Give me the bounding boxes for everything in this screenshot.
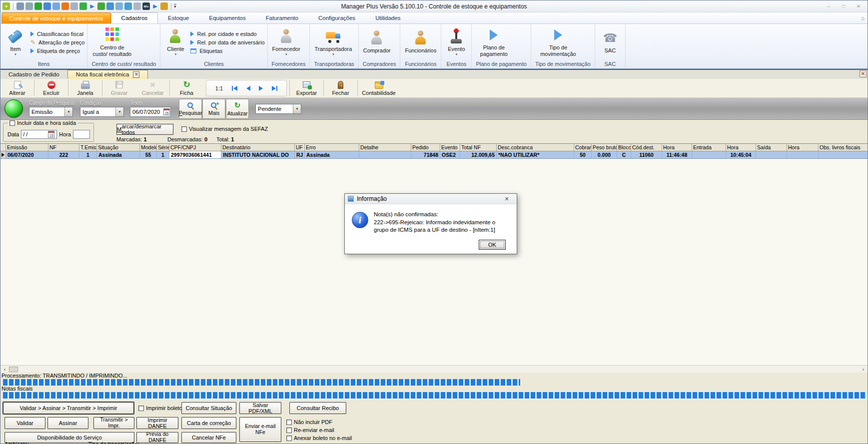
grid-header-cell[interactable]: Situação bbox=[97, 144, 140, 151]
close-tab-icon[interactable]: ✕ bbox=[133, 71, 139, 78]
ribbon-button-item[interactable]: Item▼ bbox=[3, 27, 28, 57]
assinar-button[interactable]: Assinar bbox=[47, 417, 88, 429]
validar-assinar-transmitir-imprimir-button[interactable]: Validar > Assinar > Transmitir > Imprimi… bbox=[3, 402, 134, 414]
window-arrow-right-icon[interactable] bbox=[124, 2, 132, 10]
grid-header-cell[interactable]: Bloco NF bbox=[617, 144, 631, 151]
play-icon[interactable]: ▶ bbox=[88, 2, 96, 10]
menu-tab-configurac-o-es[interactable]: Configurações bbox=[308, 12, 365, 23]
asterisk-icon[interactable]: ✳ bbox=[2, 2, 10, 10]
excluir-button[interactable]: Excluir bbox=[34, 79, 68, 97]
carta-de-correcao-button[interactable]: Carta de correção bbox=[181, 417, 236, 429]
imprimir-boleto-checkbox[interactable]: Imprimir boleto bbox=[138, 405, 182, 411]
ribbon-link-alterac-a-o-de-prec-o[interactable]: ✎Alteração de preço bbox=[30, 39, 84, 45]
enviar-email-nfe-button[interactable]: Enviar e-mail NFe bbox=[239, 417, 281, 442]
grid-header-cell[interactable]: Emissão bbox=[6, 144, 48, 151]
quill-icon[interactable] bbox=[133, 2, 141, 10]
ribbon-link-etiquetas[interactable]: Etiquetas bbox=[190, 48, 264, 54]
reenviar-email-checkbox[interactable]: Re-enviar e-mail bbox=[286, 427, 334, 433]
previous-record-button[interactable] bbox=[246, 86, 250, 91]
ribbon-button-tipo-de-movimentac-a-o[interactable]: Tipo de movimentação bbox=[534, 26, 583, 58]
nao-incluir-pdf-checkbox[interactable]: Não incluir PDF bbox=[286, 419, 332, 425]
calculator-icon[interactable] bbox=[25, 2, 33, 10]
fechar-button[interactable]: Fechar bbox=[324, 79, 357, 97]
scroll-left-icon[interactable]: ‹ bbox=[1, 366, 8, 373]
calendar-icon[interactable]: 15 bbox=[48, 131, 54, 138]
app-menu-button[interactable]: Controle de estoque e equipamentos bbox=[1, 12, 111, 23]
transmitir-impr-button[interactable]: Transmitir > Impr. bbox=[93, 417, 134, 429]
grid-header-cell[interactable]: UF bbox=[295, 144, 305, 151]
ok-button[interactable]: OK bbox=[479, 240, 506, 250]
anexar-boleto-checkbox[interactable]: Anexar boleto no e-mail bbox=[286, 435, 352, 441]
scroll-icon[interactable] bbox=[52, 2, 60, 10]
hora-saida-input[interactable] bbox=[73, 130, 90, 139]
package-icon[interactable] bbox=[97, 2, 105, 10]
consultar-situacao-button[interactable]: Consultar Situação bbox=[181, 402, 236, 414]
eraser-icon[interactable] bbox=[70, 2, 78, 10]
toolbar-options-icon[interactable]: ▾ bbox=[174, 4, 176, 9]
grid-selected-row[interactable]: 06/07/20202221Assinada55129979036061441I… bbox=[0, 151, 868, 159]
grid-header-cell[interactable]: Destinatário bbox=[221, 144, 295, 151]
alterar-button[interactable]: Alterar bbox=[0, 79, 34, 97]
maximize-button[interactable]: □ bbox=[837, 2, 851, 10]
minimize-button[interactable]: – bbox=[822, 2, 836, 10]
validar-button[interactable]: Validar bbox=[4, 417, 45, 429]
orange-window-icon[interactable] bbox=[61, 2, 69, 10]
grid-header-cell[interactable]: Total NF bbox=[460, 144, 497, 151]
consultar-recibo-button[interactable]: Consultar Recibo bbox=[289, 402, 346, 414]
chart-icon[interactable] bbox=[79, 2, 87, 10]
ribbon-link-etiqueta-de-prec-o[interactable]: Etiqueta de preço bbox=[30, 48, 84, 54]
grid-header-cell[interactable]: Cód.dest. bbox=[631, 144, 662, 151]
checkbox-box[interactable] bbox=[181, 126, 187, 132]
grid-header-cell[interactable]: Hora bbox=[726, 144, 756, 151]
grid-header-cell[interactable]: Hora bbox=[662, 144, 692, 151]
nfe-icon[interactable]: NFe bbox=[142, 2, 150, 10]
chevron-down-icon[interactable]: ▼ bbox=[293, 104, 301, 113]
ribbon-button-fornecedor[interactable]: Fornecedor▼ bbox=[270, 27, 302, 57]
calendar-icon[interactable]: 15 bbox=[163, 108, 170, 115]
grid-header-cell[interactable]: Detalhe bbox=[359, 144, 411, 151]
data-saida-input[interactable]: / /15 bbox=[21, 130, 57, 139]
grid-header-cell[interactable]: Erro bbox=[305, 144, 359, 151]
ribbon-link-rel-por-data-de-aniversa-rio[interactable]: Rel. por data de aniversário bbox=[190, 39, 264, 45]
dialog-close-icon[interactable]: ✕ bbox=[500, 196, 514, 202]
wrench-icon[interactable] bbox=[16, 2, 24, 10]
grid-header-cell[interactable]: Cobranca bbox=[574, 144, 592, 151]
condition-select[interactable]: Igual a▼ bbox=[80, 107, 124, 117]
window-arrow-left-icon[interactable] bbox=[115, 2, 123, 10]
next-record-button[interactable] bbox=[259, 86, 263, 91]
ribbon-button-comprador[interactable]: Comprador bbox=[361, 29, 393, 55]
play2-icon[interactable]: ▶ bbox=[151, 2, 159, 10]
ribbon-button-transportadora[interactable]: Transportadora▼ bbox=[312, 27, 354, 57]
grid-header-cell[interactable]: Peso bruto bbox=[592, 144, 617, 151]
book-pen-icon[interactable] bbox=[106, 2, 114, 10]
grid-header-cell[interactable]: Desc.cobranca bbox=[497, 144, 574, 151]
grid-header-cell[interactable]: Evento bbox=[440, 144, 460, 151]
tab-cadastro-de-pedido[interactable]: Cadastro de Pedido bbox=[0, 70, 67, 79]
ficha-button[interactable]: Ficha bbox=[170, 79, 203, 97]
window-icon[interactable] bbox=[43, 2, 51, 10]
grid-header-cell[interactable]: Saída bbox=[756, 144, 787, 151]
grid-header-cell[interactable]: Modelo bbox=[140, 144, 157, 151]
status-filter-select[interactable]: Pendente▼ bbox=[255, 104, 301, 114]
ribbon-button-evento[interactable]: Evento▼ bbox=[444, 27, 469, 57]
contabilidade-button[interactable]: Contabilidade bbox=[358, 79, 400, 97]
ribbon-button-cliente[interactable]: Cliente▼ bbox=[163, 27, 188, 57]
grid-header-cell[interactable]: CPF/CNPJ bbox=[169, 144, 221, 151]
pesquisar-button[interactable]: Pesquisar bbox=[179, 99, 202, 119]
coins-icon[interactable] bbox=[160, 2, 168, 10]
tab-nota-fiscal-eletronica[interactable]: Nota fiscal eletrônica ✕ bbox=[67, 70, 148, 79]
close-all-tabs-button[interactable]: ✕ bbox=[860, 70, 867, 77]
ribbon-button-funciona-rios[interactable]: Funcionários bbox=[403, 29, 438, 55]
grid-header-cell[interactable]: Pedido bbox=[411, 144, 440, 151]
incluir-data-hora-checkbox[interactable] bbox=[9, 120, 15, 126]
ribbon-button-sac[interactable]: ☎SAC bbox=[598, 29, 623, 55]
chevron-down-icon[interactable]: ▼ bbox=[64, 107, 72, 116]
refresh-icon[interactable] bbox=[34, 2, 42, 10]
menu-overflow-icon[interactable]: ⌂ bbox=[861, 12, 865, 23]
ribbon-link-classificacao-fiscal[interactable]: Classificacao fiscal bbox=[30, 31, 84, 37]
ribbon-button-centro-de-custo-resultado[interactable]: Centro de custo/ resultado bbox=[90, 26, 134, 58]
marcar-desmarcar-todos-button[interactable]: Marcar/desmarcar todos bbox=[116, 124, 173, 135]
grid-header-cell[interactable]: Hora bbox=[787, 144, 819, 151]
ribbon-link-rel-por-cidade-e-estado[interactable]: Rel. por cidade e estado bbox=[190, 31, 264, 37]
menu-tab-faturamento[interactable]: Faturamento bbox=[256, 12, 308, 23]
